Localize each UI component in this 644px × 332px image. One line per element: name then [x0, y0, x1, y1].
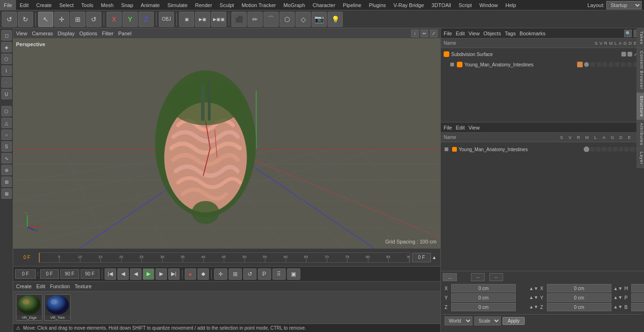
- transport-mode-3[interactable]: ↺: [243, 268, 256, 280]
- menu-file[interactable]: File: [0, 0, 16, 10]
- obj-visibility-dot[interactable]: [450, 63, 454, 66]
- step-forward-button[interactable]: ▶: [156, 268, 167, 280]
- vp-menu-options[interactable]: Options: [79, 31, 97, 36]
- goto-start-button[interactable]: |◀: [105, 268, 116, 280]
- layout-select[interactable]: Startup Standard Animate: [606, 1, 642, 9]
- vp-menu-panel[interactable]: Panel: [118, 31, 132, 36]
- obj-icon-small-7[interactable]: [627, 62, 632, 67]
- attr-ctrl-7[interactable]: [624, 147, 629, 152]
- tool-1[interactable]: ⬡: [1, 106, 12, 116]
- y-axis-button[interactable]: Y: [123, 12, 138, 27]
- obj-icon-small-1[interactable]: [590, 62, 595, 67]
- end-frame-input-1[interactable]: [60, 269, 79, 279]
- menu-select[interactable]: Select: [56, 0, 78, 10]
- step-back-button[interactable]: ◀: [117, 268, 129, 280]
- current-frame-input[interactable]: [15, 269, 36, 279]
- tool-6[interactable]: ⊛: [1, 165, 12, 175]
- mat-menu-create[interactable]: Create: [16, 283, 32, 289]
- menu-pipeline[interactable]: Pipeline: [339, 0, 365, 10]
- camera-button[interactable]: 📷: [312, 12, 327, 27]
- menu-edit[interactable]: Edit: [16, 0, 33, 10]
- z-axis-button[interactable]: Z: [139, 12, 154, 27]
- arrow-h[interactable]: ▲▼: [613, 286, 623, 291]
- record-button[interactable]: ●: [185, 268, 196, 280]
- frame-end-input[interactable]: [412, 253, 431, 262]
- tool-2[interactable]: △: [1, 118, 12, 128]
- apply-button[interactable]: Apply: [503, 317, 525, 325]
- tool-3[interactable]: ○: [1, 130, 12, 140]
- vtab-content-browser[interactable]: Content Browser: [636, 48, 644, 93]
- vp-ctrl-2[interactable]: ⇔: [421, 30, 428, 37]
- key-button[interactable]: ◆: [198, 268, 209, 280]
- x-axis-button[interactable]: X: [107, 12, 122, 27]
- goto-end-button[interactable]: ▶|: [168, 268, 180, 280]
- light-button[interactable]: 💡: [328, 12, 343, 27]
- spline-button[interactable]: ⌒: [264, 12, 279, 27]
- object-mode-button[interactable]: OBJ: [159, 12, 174, 27]
- menu-render[interactable]: Render: [191, 0, 216, 10]
- deformer-button[interactable]: ⬡: [280, 12, 295, 27]
- attr-item-intestines[interactable]: Young_Man_Anatomy_Intestines: [443, 144, 642, 154]
- attr-dot-icon[interactable]: [584, 146, 589, 152]
- obj-menu-objects[interactable]: Objects: [483, 31, 501, 36]
- arrow-b[interactable]: ▲▼: [613, 304, 623, 309]
- end-frame-input-2[interactable]: [81, 269, 99, 279]
- timeline-ruler[interactable]: 5 10 15 20 25 30 35 40 45 50 55 60 65 70…: [39, 252, 410, 263]
- mat-menu-function[interactable]: Function: [50, 283, 70, 289]
- attr-menu-edit[interactable]: Edit: [456, 125, 465, 130]
- world-select[interactable]: World Object: [445, 316, 472, 325]
- menu-snap[interactable]: Snap: [117, 0, 137, 10]
- transport-mode-1[interactable]: ✛: [214, 268, 227, 280]
- menu-window[interactable]: Window: [476, 0, 502, 10]
- obj-menu-file[interactable]: File: [444, 31, 452, 36]
- transport-mode-6[interactable]: ▣: [287, 268, 300, 280]
- cube-button[interactable]: ⬛: [231, 12, 247, 27]
- vp-menu-display[interactable]: Display: [58, 31, 74, 36]
- obj-item-subdivision[interactable]: Subdivision Surface ✓ •: [442, 49, 643, 59]
- mode-uv[interactable]: U: [1, 89, 12, 99]
- tool-8[interactable]: ⊠: [1, 188, 12, 199]
- obj-icon-small-4[interactable]: [609, 62, 613, 67]
- attr-ctrl-8[interactable]: [630, 147, 635, 152]
- coord-tab-pos[interactable]: ...: [443, 273, 457, 281]
- scale-tool-button[interactable]: ⊞: [70, 12, 85, 27]
- attr-ctrl-4[interactable]: [607, 147, 612, 152]
- attr-ctrl-5[interactable]: [613, 147, 618, 152]
- obj-toggle-s[interactable]: [621, 52, 626, 57]
- vtab-structure[interactable]: Structure: [636, 93, 644, 121]
- obj-menu-bookmarks[interactable]: Bookmarks: [520, 31, 545, 36]
- obj-item-intestines[interactable]: Young_Man_Anatomy_Intestines •: [442, 59, 643, 70]
- obj-menu-view[interactable]: View: [469, 31, 480, 36]
- tool-7[interactable]: ⊞: [1, 177, 12, 187]
- play-forward-button[interactable]: ▶: [143, 268, 154, 280]
- obj-color-tag[interactable]: [577, 62, 583, 67]
- arrow-y[interactable]: ▲▼: [529, 295, 538, 300]
- pencil-button[interactable]: ✏: [248, 12, 263, 27]
- obj-toggle-dot[interactable]: [584, 62, 589, 67]
- menu-vray[interactable]: V-Ray Bridge: [390, 0, 428, 10]
- menu-animate[interactable]: Animate: [137, 0, 164, 10]
- undo-button[interactable]: ↺: [2, 12, 17, 27]
- vp-menu-view[interactable]: View: [16, 31, 27, 36]
- tool-4[interactable]: S: [1, 141, 12, 152]
- menu-create[interactable]: Create: [33, 0, 56, 10]
- rotate-tool-button[interactable]: ↺: [86, 12, 101, 27]
- coord-input-y[interactable]: [451, 293, 516, 302]
- coord-input-z[interactable]: [451, 303, 516, 311]
- arrow-p[interactable]: ▲▼: [613, 295, 623, 300]
- attr-ctrl-1[interactable]: [590, 147, 595, 152]
- coord-input-sy[interactable]: [547, 293, 611, 302]
- mode-point[interactable]: ·: [1, 77, 12, 88]
- tool-5[interactable]: ∿: [1, 153, 12, 163]
- obj-toggle-v[interactable]: [627, 52, 632, 57]
- mode-mesh[interactable]: ◈: [1, 42, 12, 52]
- transport-mode-5[interactable]: ⠿: [272, 268, 286, 280]
- redo-button[interactable]: ↻: [18, 12, 33, 27]
- attr-menu-file[interactable]: File: [444, 125, 452, 130]
- coord-tab-size[interactable]: --: [471, 273, 485, 281]
- attr-ctrl-3[interactable]: [602, 147, 606, 152]
- mat-menu-texture[interactable]: Texture: [74, 283, 91, 289]
- mat-menu-edit[interactable]: Edit: [36, 283, 45, 289]
- transport-mode-2[interactable]: ⊞: [229, 268, 242, 280]
- render-all-button[interactable]: ▶▣▣: [211, 12, 226, 27]
